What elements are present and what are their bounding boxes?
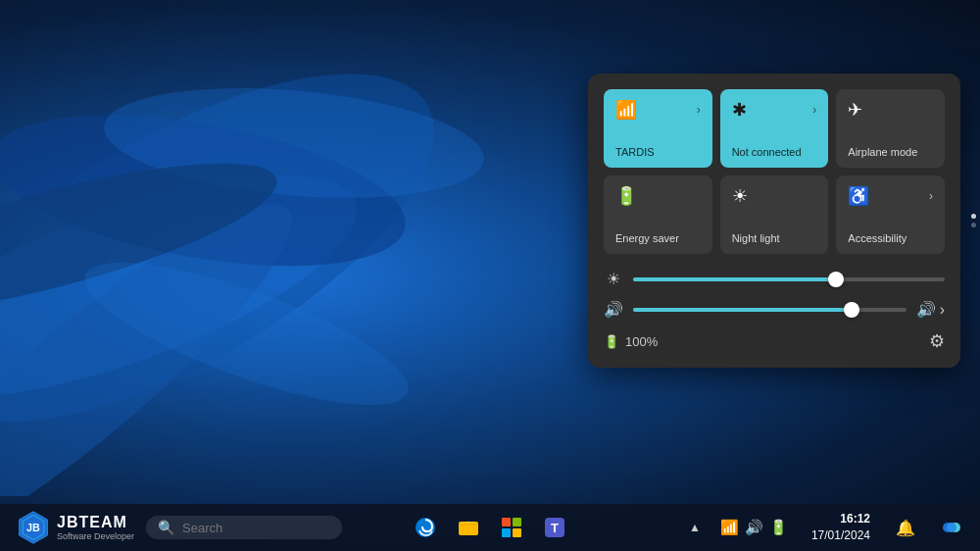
- svg-text:T: T: [551, 521, 559, 535]
- svg-rect-14: [502, 528, 511, 537]
- airplane-icon: ✈: [848, 99, 862, 121]
- night-light-tile[interactable]: ☀ Night light: [720, 175, 829, 254]
- jbteam-subtitle: Software Developer: [57, 531, 134, 542]
- airplane-label: Airplane mode: [848, 146, 933, 158]
- airplane-tile[interactable]: ✈ Airplane mode: [836, 89, 945, 168]
- svg-rect-11: [459, 522, 478, 535]
- volume-fill: [633, 308, 852, 312]
- accessibility-tile[interactable]: ♿ › Accessibility: [836, 175, 945, 254]
- svg-point-20: [947, 523, 956, 532]
- energy-saver-tile[interactable]: 🔋 Energy saver: [604, 175, 712, 254]
- bluetooth-arrow[interactable]: ›: [812, 103, 816, 117]
- accessibility-label: Accessibility: [848, 232, 933, 244]
- brightness-icon: ☀: [604, 270, 623, 288]
- wifi-icon: 📶: [615, 99, 637, 121]
- volume-end[interactable]: 🔊 ›: [916, 300, 945, 319]
- svg-rect-15: [513, 528, 521, 537]
- accessibility-icon: ♿: [848, 185, 869, 207]
- quick-settings-grid: 📶 › TARDIS ✱ › Not connected ✈ Airplane …: [604, 89, 945, 254]
- chat-icon: [942, 517, 963, 538]
- volume-icon: 🔊: [604, 300, 623, 319]
- tray-volume-icon: 🔊: [745, 519, 763, 536]
- teams-icon: T: [543, 516, 566, 539]
- brightness-slider[interactable]: [633, 277, 945, 281]
- battery-status: 🔋 100%: [604, 334, 658, 349]
- scroll-dot-2: [971, 223, 976, 227]
- volume-output-icon: 🔊: [916, 300, 936, 319]
- taskbar-center: T: [406, 508, 574, 547]
- bell-icon: 🔔: [896, 519, 915, 537]
- quick-settings-footer: 🔋 100% ⚙: [604, 330, 945, 352]
- system-tray: ▲ 📶 🔊 🔋 16:12 17/01/2024 🔔: [685, 508, 972, 547]
- store-btn[interactable]: [492, 508, 531, 547]
- scroll-dot-1: [971, 214, 976, 219]
- battery-icon: 🔋: [604, 334, 619, 349]
- file-explorer-icon: [457, 516, 480, 539]
- taskbar: JB JBTEAM Software Developer 🔍: [0, 504, 980, 551]
- search-icon: 🔍: [158, 520, 174, 535]
- scroll-indicators: [971, 214, 976, 227]
- clock-time: 16:12: [811, 511, 870, 527]
- file-explorer-btn[interactable]: [449, 508, 488, 547]
- teams-btn[interactable]: T: [535, 508, 574, 547]
- svg-rect-13: [513, 518, 521, 526]
- jbteam-name: JBTEAM: [57, 513, 134, 531]
- desktop: 📶 › TARDIS ✱ › Not connected ✈ Airplane …: [0, 0, 980, 551]
- tray-wifi-icon: 📶: [720, 519, 739, 536]
- volume-row: 🔊 🔊 ›: [604, 300, 945, 319]
- night-light-label: Night light: [732, 232, 817, 244]
- wallpaper-decoration: [0, 0, 588, 496]
- tray-expand-btn[interactable]: ▲: [685, 517, 705, 538]
- bluetooth-label: Not connected: [732, 146, 817, 158]
- bluetooth-tile[interactable]: ✱ › Not connected: [720, 89, 829, 168]
- tray-battery-icon: 🔋: [769, 519, 788, 536]
- edge-icon: [414, 516, 437, 539]
- wifi-tile[interactable]: 📶 › TARDIS: [604, 89, 712, 168]
- search-input[interactable]: [182, 521, 300, 535]
- brightness-row: ☀: [604, 270, 945, 288]
- quick-settings-panel: 📶 › TARDIS ✱ › Not connected ✈ Airplane …: [588, 74, 960, 368]
- bluetooth-icon: ✱: [732, 99, 747, 121]
- search-bar[interactable]: 🔍: [146, 516, 342, 539]
- chat-btn[interactable]: [933, 508, 972, 547]
- jbteam-hex-icon: JB: [16, 510, 51, 545]
- svg-rect-12: [502, 518, 511, 526]
- battery-percentage: 100%: [625, 334, 658, 349]
- wifi-label: TARDIS: [615, 146, 701, 158]
- energy-icon: 🔋: [615, 185, 637, 207]
- edge-icon-btn[interactable]: [406, 508, 445, 547]
- jbteam-text: JBTEAM Software Developer: [57, 513, 134, 542]
- volume-thumb[interactable]: [844, 302, 859, 318]
- taskbar-left: JB JBTEAM Software Developer 🔍: [8, 506, 342, 549]
- brightness-thumb[interactable]: [828, 272, 844, 287]
- svg-text:JB: JB: [26, 522, 40, 533]
- system-clock[interactable]: 16:12 17/01/2024: [804, 509, 878, 546]
- accessibility-arrow[interactable]: ›: [929, 189, 933, 203]
- settings-gear-icon[interactable]: ⚙: [929, 330, 945, 352]
- volume-chevron[interactable]: ›: [940, 301, 945, 319]
- energy-label: Energy saver: [615, 232, 701, 244]
- wifi-arrow[interactable]: ›: [697, 103, 701, 117]
- brightness-fill: [633, 277, 836, 281]
- clock-date: 17/01/2024: [811, 527, 870, 544]
- jbteam-logo: JB JBTEAM Software Developer: [8, 506, 142, 549]
- notification-bell-btn[interactable]: 🔔: [886, 508, 925, 547]
- volume-slider[interactable]: [633, 308, 906, 312]
- tray-icons-group[interactable]: 📶 🔊 🔋: [712, 515, 796, 540]
- night-light-icon: ☀: [732, 185, 748, 207]
- store-icon: [500, 516, 523, 539]
